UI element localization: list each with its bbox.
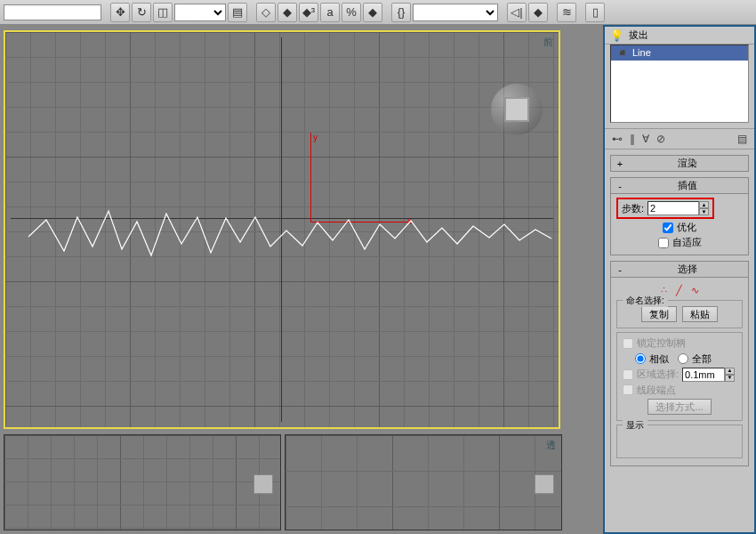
adaptive-label: 自适应 bbox=[672, 236, 702, 249]
panel-header: 💡 拔出 bbox=[605, 27, 754, 44]
optimize-checkbox[interactable] bbox=[663, 222, 673, 233]
name-input[interactable] bbox=[4, 4, 101, 20]
area-spinner[interactable]: ▲▼ bbox=[682, 368, 735, 382]
select-mode-button: 选择方式... bbox=[647, 399, 711, 415]
snap-a-icon[interactable]: a bbox=[320, 3, 340, 22]
minus-icon: - bbox=[615, 264, 625, 275]
modifier-panel: 💡 拔出 ◾Line ⊷ ‖ ∀ ⊘ ▤ + 渲染 - 插值 bbox=[603, 25, 756, 534]
named-selection-group: 命名选择: 复制 粘贴 bbox=[616, 300, 743, 328]
axis-y bbox=[281, 37, 282, 422]
viewport-bottom-right[interactable]: 透 bbox=[285, 434, 562, 530]
viewport-top[interactable]: 前 // placeholder, real grid drawn below … bbox=[4, 30, 560, 429]
spinner-down-icon[interactable]: ▼ bbox=[725, 375, 735, 382]
steps-spinner[interactable]: ▲▼ bbox=[647, 201, 709, 215]
lock-handles-group: 锁定控制柄 相似 全部 区域选择: ▲▼ 线段端点 选择方式... bbox=[616, 332, 743, 421]
lock-handles-checkbox bbox=[623, 338, 633, 349]
group-title: 命名选择: bbox=[623, 295, 668, 307]
spinner-up-icon[interactable]: ▲ bbox=[699, 201, 709, 208]
steps-label: 步数: bbox=[622, 202, 644, 215]
viewport-bottom-left[interactable] bbox=[4, 434, 281, 530]
similar-radio[interactable] bbox=[635, 353, 646, 364]
view-select[interactable]: 视图 bbox=[174, 4, 226, 21]
snap-3d-icon[interactable]: ◆ bbox=[277, 3, 297, 22]
snap-toggle-icon[interactable]: ◇ bbox=[256, 3, 276, 22]
viewcube-mini[interactable] bbox=[535, 474, 554, 494]
spinner-up-icon[interactable]: ▲ bbox=[725, 368, 735, 375]
rollout-title: 插值 bbox=[631, 179, 744, 192]
rollout-title: 渲染 bbox=[631, 157, 744, 170]
optimize-label: 优化 bbox=[677, 221, 696, 234]
stack-remove-icon[interactable]: ⊘ bbox=[656, 133, 665, 145]
minus-icon: - bbox=[615, 181, 625, 191]
viewcube[interactable] bbox=[491, 84, 543, 135]
viewport-label: 透 bbox=[546, 439, 556, 452]
snap-angle-icon[interactable]: ◆³ bbox=[299, 3, 318, 22]
viewport-area: 前 // placeholder, real grid drawn below … bbox=[0, 25, 603, 534]
axis-x bbox=[11, 218, 553, 219]
plus-icon: + bbox=[615, 158, 625, 169]
gizmo-label-x: x bbox=[407, 216, 412, 226]
gizmo-x-axis bbox=[310, 222, 408, 222]
paste-button[interactable]: 粘贴 bbox=[682, 306, 718, 322]
area-select-checkbox bbox=[623, 369, 633, 380]
move-icon[interactable]: ✥ bbox=[110, 3, 130, 22]
adaptive-checkbox[interactable] bbox=[658, 238, 669, 248]
spinner-down-icon[interactable]: ▼ bbox=[699, 208, 709, 215]
bulb-icon[interactable]: 💡 bbox=[610, 29, 623, 42]
steps-highlight: 步数: ▲▼ bbox=[616, 198, 714, 219]
rollout-selection: - 选择 ∴ ╱ ∿ 命名选择: 复制 粘贴 锁定控制柄 bbox=[610, 261, 749, 466]
viewport-label: 前 bbox=[543, 36, 553, 49]
stack-toolbar: ⊷ ‖ ∀ ⊘ ▤ bbox=[605, 128, 754, 150]
lock-handles-label: 锁定控制柄 bbox=[637, 336, 686, 350]
layers-icon[interactable]: ▤ bbox=[228, 3, 247, 22]
group-title: 显示 bbox=[623, 419, 647, 432]
spline-icon[interactable]: ∿ bbox=[691, 285, 699, 296]
viewcube-mini[interactable] bbox=[253, 474, 273, 494]
segment-icon[interactable]: ╱ bbox=[676, 285, 682, 296]
stack-config-icon[interactable]: ‖ bbox=[630, 133, 635, 145]
area-input[interactable] bbox=[682, 368, 725, 382]
display-group: 显示 bbox=[616, 425, 743, 458]
selection-set-select[interactable]: 创建选择集 bbox=[413, 4, 498, 21]
steps-input[interactable] bbox=[647, 201, 699, 215]
pin-icon[interactable]: ⊷ bbox=[612, 133, 623, 145]
stack-more-icon[interactable]: ▤ bbox=[737, 133, 747, 145]
extra-icon[interactable]: ▯ bbox=[585, 3, 605, 22]
all-radio[interactable] bbox=[678, 353, 688, 364]
gizmo-label-y: y bbox=[313, 133, 318, 142]
mirror-icon[interactable]: {} bbox=[391, 3, 411, 22]
rollout-title: 选择 bbox=[631, 263, 744, 276]
viewcube-face-icon bbox=[504, 97, 529, 122]
modifier-item[interactable]: ◾Line bbox=[611, 45, 748, 61]
panel-title: 拔出 bbox=[629, 28, 648, 42]
rollout-render: + 渲染 bbox=[610, 155, 749, 172]
snap-abc-icon[interactable]: ◆ bbox=[363, 3, 382, 22]
gizmo-y-axis bbox=[310, 133, 311, 222]
prev-icon[interactable]: ◁| bbox=[507, 3, 527, 22]
copy-button[interactable]: 复制 bbox=[641, 306, 677, 322]
spline-line bbox=[11, 37, 562, 429]
rollout-interpolation: - 插值 步数: ▲▼ 优化 自适应 bbox=[610, 177, 749, 255]
seg-end-checkbox bbox=[623, 384, 633, 395]
stack-show-icon[interactable]: ∀ bbox=[642, 133, 649, 145]
scale-icon[interactable]: ◫ bbox=[153, 3, 173, 22]
rotate-icon[interactable]: ↻ bbox=[132, 3, 151, 22]
main-toolbar: ✥ ↻ ◫ 视图 ▤ ◇ ◆ ◆³ a % ◆ {} 创建选择集 ◁| ◆ ≋ … bbox=[0, 0, 756, 25]
snap-percent-icon[interactable]: % bbox=[342, 3, 361, 22]
layer-manager-icon[interactable]: ≋ bbox=[557, 3, 576, 22]
modifier-stack[interactable]: ◾Line bbox=[610, 44, 749, 123]
eraser-icon[interactable]: ◆ bbox=[528, 3, 548, 22]
